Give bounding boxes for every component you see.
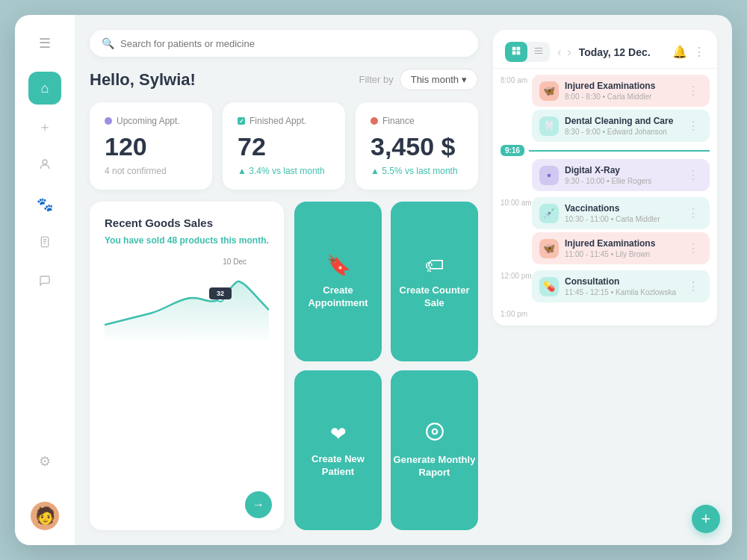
svg-point-17 (548, 173, 551, 177)
new-patient-icon: ❤ (330, 423, 347, 446)
event-more-dental[interactable]: ⋮ (684, 117, 702, 134)
panel-nav: ‹ › (556, 44, 573, 60)
avatar[interactable]: 🧑 (31, 502, 59, 530)
event-sub-consultation: 11:45 - 12:15 • Kamila Kozlowska (565, 288, 678, 296)
app-container: ☰ ⌂ ＋ 🐾 ⚙ 🧑 (15, 15, 732, 545)
sales-title: Recent Goods Sales (105, 217, 269, 229)
time-events-12pm: 💊 Consultation 11:45 - 12:15 • Kamila Ko… (532, 270, 710, 302)
event-info-vaccinations: Vaccinations 10:30 - 11:00 • Carla Middl… (565, 203, 678, 223)
event-sub-xray: 9:30 - 10:00 • Ellie Rogers (565, 177, 678, 185)
event-sub-injured-1: 8:00 - 8:30 • Carla Middler (565, 93, 678, 101)
chart-svg: 32 (105, 258, 269, 340)
view-btn-grid[interactable] (505, 42, 527, 62)
event-icon-consultation: 💊 (539, 277, 559, 296)
event-injured-examinations-2[interactable]: 🦋 Injured Examinations 11:00 - 11:45 • L… (532, 232, 710, 264)
stat-label-finished: ✓ Finished Appt. (238, 116, 330, 126)
sidebar-item-messages[interactable] (28, 266, 61, 299)
sales-desc-suffix: this month. (218, 235, 269, 246)
home-icon: ⌂ (41, 81, 49, 96)
nav-prev-arrow[interactable]: ‹ (556, 44, 562, 60)
search-input[interactable] (120, 38, 466, 49)
sidebar-item-home[interactable]: ⌂ (28, 72, 61, 105)
notification-icon[interactable]: 🔔 (672, 45, 687, 59)
panel-header-right: 🔔 ⋮ (672, 45, 705, 59)
stat-sub-finished: ▲ 3.4% vs last month (238, 166, 330, 176)
main-content: 🔍 Hello, Sylwia! Filter by This month ▾ … (75, 15, 493, 545)
stat-label-text-upcoming: Upcoming Appt. (117, 116, 180, 126)
stat-card-upcoming: Upcoming Appt. 120 4 not confirmed (90, 102, 212, 190)
chevron-down-icon: ▾ (462, 74, 467, 85)
time-row-1pm: 1:00 pm (493, 308, 717, 318)
counter-sale-icon: 🏷 (425, 254, 444, 277)
sidebar-item-add[interactable]: ＋ (28, 111, 61, 143)
action-label-appointment: CreateAppointment (308, 284, 368, 310)
event-dental[interactable]: 🦷 Dental Cleaning and Care 8:30 - 9:00 •… (532, 110, 710, 142)
stat-dot-finance (371, 117, 378, 125)
svg-rect-12 (512, 52, 516, 55)
event-title-injured-2: Injured Examinations (565, 238, 678, 249)
event-info-injured-1: Injured Examinations 8:00 - 8:30 • Carla… (565, 81, 678, 101)
event-icon-injured-2: 🦋 (539, 239, 559, 258)
event-consultation[interactable]: 💊 Consultation 11:45 - 12:15 • Kamila Ko… (532, 270, 710, 302)
event-title-dental: Dental Cleaning and Care (565, 116, 678, 126)
view-btn-list[interactable] (527, 42, 550, 62)
filter-button[interactable]: This month ▾ (400, 69, 478, 90)
sidebar-item-pets[interactable]: 🐾 (28, 188, 61, 221)
stat-card-finance: Finance 3,450 $ ▲ 5.5% vs last month (356, 102, 478, 190)
action-label-monthly-report: Generate MonthlyRaport (394, 454, 476, 479)
sales-desc: You have sold 48 products this month. (105, 235, 269, 246)
panel-header: ‹ › Today, 12 Dec. 🔔 ⋮ (493, 30, 717, 69)
stat-label-upcoming: Upcoming Appt. (105, 116, 197, 126)
stat-dot-finished: ✓ (238, 117, 245, 125)
right-panel: ‹ › Today, 12 Dec. 🔔 ⋮ 8:00 am (493, 30, 717, 326)
svg-point-9 (432, 429, 437, 434)
action-card-monthly-report[interactable]: Generate MonthlyRaport (391, 370, 478, 530)
user-icon (38, 158, 52, 175)
sidebar-item-user[interactable] (28, 149, 61, 182)
svg-text:32: 32 (217, 290, 224, 297)
nav-next-arrow[interactable]: › (565, 44, 572, 60)
sales-card: Recent Goods Sales You have sold 48 prod… (90, 202, 284, 530)
chart-area: 10 Dec 32 (105, 258, 269, 340)
event-xray[interactable]: Digital X-Ray 9:30 - 10:00 • Ellie Roger… (532, 159, 710, 191)
time-row-12pm: 12:00 pm 💊 Consultation 11:45 - 12:15 • … (493, 270, 717, 302)
event-more-consultation[interactable]: ⋮ (684, 278, 702, 295)
event-icon-injured-1: 🦋 (539, 81, 559, 101)
event-more-injured-1[interactable]: ⋮ (684, 82, 702, 99)
search-icon: 🔍 (102, 37, 114, 49)
settings-icon: ⚙ (39, 453, 51, 470)
filter-label: Filter by (359, 74, 393, 85)
time-events-8am: 🦋 Injured Examinations 8:00 - 8:30 • Car… (532, 75, 710, 142)
action-card-counter-sale[interactable]: 🏷 Create CounterSale (391, 202, 478, 361)
stat-sub-upcoming: 4 not confirmed (105, 166, 197, 176)
view-toggle (505, 42, 550, 62)
sales-highlight: 48 products (167, 235, 218, 246)
action-card-appointment[interactable]: 🔖 CreateAppointment (294, 202, 382, 361)
time-label-9am (500, 159, 532, 161)
action-card-new-patient[interactable]: ❤ Create NewPatient (294, 370, 382, 530)
time-label-10am: 10:00 am (500, 197, 532, 207)
event-icon-xray (539, 166, 559, 185)
arrow-button[interactable]: → (245, 491, 272, 518)
more-options-icon[interactable]: ⋮ (693, 45, 705, 59)
stat-dot-upcoming (105, 117, 112, 125)
plus-icon: ＋ (38, 118, 52, 136)
search-bar[interactable]: 🔍 (90, 30, 478, 57)
action-label-new-patient: Create NewPatient (311, 453, 365, 479)
event-more-xray[interactable]: ⋮ (684, 167, 702, 184)
stat-value-upcoming: 120 (105, 132, 197, 161)
sidebar-item-settings[interactable]: ⚙ (28, 445, 61, 478)
event-title-injured-1: Injured Examinations (565, 81, 678, 91)
time-events-9am: Digital X-Ray 9:30 - 10:00 • Ellie Roger… (532, 159, 710, 191)
time-label-8am: 8:00 am (500, 75, 532, 84)
event-info-consultation: Consultation 11:45 - 12:15 • Kamila Kozl… (565, 276, 678, 296)
event-more-vaccinations[interactable]: ⋮ (684, 205, 702, 222)
event-more-injured-2[interactable]: ⋮ (684, 240, 702, 257)
sidebar-item-records[interactable] (28, 227, 61, 260)
sidebar-menu-icon[interactable]: ☰ (31, 30, 58, 57)
event-vaccinations[interactable]: 💉 Vaccinations 10:30 - 11:00 • Carla Mid… (532, 197, 710, 229)
filter-row: Filter by This month ▾ (359, 69, 478, 90)
add-fab-button[interactable]: + (692, 505, 720, 533)
event-injured-examinations-1[interactable]: 🦋 Injured Examinations 8:00 - 8:30 • Car… (532, 75, 710, 107)
stat-value-finished: 72 (238, 132, 330, 161)
